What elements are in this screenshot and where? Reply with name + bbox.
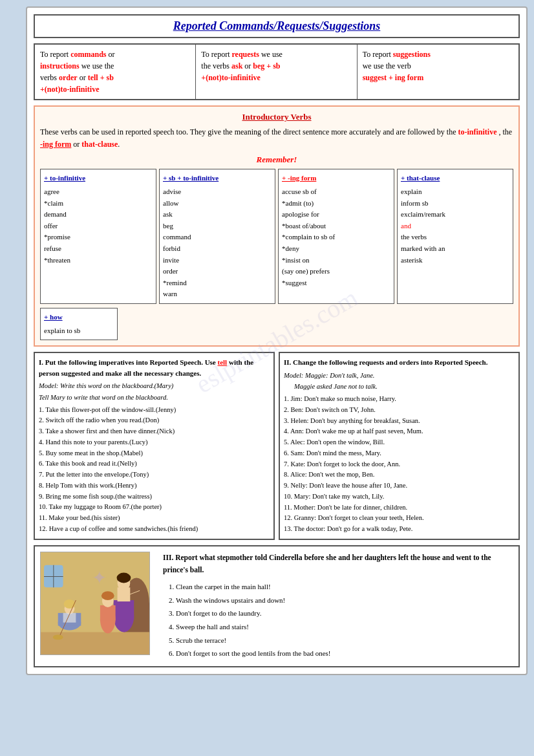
main-page: eslprintables.com Reported Commands/Requ… — [26, 6, 528, 675]
ex2-model-label: Model: — [284, 372, 303, 379]
verb-item: beg — [163, 221, 272, 232]
verb-item: *suggest — [282, 277, 390, 289]
suggestions-highlight1: suggestions — [393, 50, 431, 59]
top-three-columns: To report commands orinstructions we use… — [34, 43, 520, 100]
verb-item: *claim — [44, 198, 153, 210]
verb-item: *insist on — [282, 255, 390, 266]
ex3-content: III. Report what stepmother told Cindere… — [163, 552, 513, 661]
verb-item: accuse sb of — [282, 186, 390, 198]
ex2-list: 1. Jim: Don't make so much noise, Harry.… — [284, 394, 515, 534]
list-item: 10. Take my luggage to Room 67.(the port… — [39, 502, 270, 512]
verb-item: invite — [163, 255, 272, 266]
title-box: Reported Commands/Requests/Suggestions — [34, 14, 520, 38]
commands-cell: To report commands orinstructions we use… — [35, 45, 196, 99]
intro-text4: . — [118, 140, 120, 149]
intro-text: These verbs can be used in reported spee… — [40, 126, 513, 151]
verb-item: demand — [44, 209, 153, 221]
list-item: 9. Nelly: Don't leave the house after 10… — [284, 481, 515, 491]
verb-item-and: and — [401, 221, 509, 232]
verb-box-sb-to-infinitive: + sb + to-infinitive advise allow ask be… — [159, 169, 275, 304]
svg-point-17 — [101, 591, 114, 600]
exercises-section: I. Put the following imperatives into Re… — [34, 352, 520, 540]
verb-item: agree — [44, 186, 153, 198]
list-item: 8. Alice: Don't wet the mop, Ben. — [284, 470, 515, 480]
list-item: Wash the windows upstairs and down! — [176, 594, 513, 607]
ex1-list: 1. Take this flower-pot off the window-s… — [39, 405, 270, 534]
list-item: 2. Switch off the radio when you read.(D… — [39, 415, 270, 426]
cinderella-svg: ✦ — [41, 552, 149, 654]
list-item: 1. Jim: Don't make so much noise, Harry. — [284, 394, 515, 404]
svg-point-12 — [117, 572, 131, 583]
svg-text:✦: ✦ — [92, 568, 107, 588]
list-item: Don't forget to sort the good lentils fr… — [176, 647, 513, 660]
list-item: Don't forget to do the laundry. — [176, 607, 513, 620]
list-item: Clean the carpet in the main hall! — [176, 581, 513, 593]
commands-order: order — [59, 73, 78, 82]
ex1-model: Model: Write this word on the blackboard… — [39, 381, 270, 391]
cinderella-image: ✦ — [40, 552, 150, 655]
svg-point-24 — [53, 634, 63, 640]
list-item: 13. The doctor: Don't go for a walk toda… — [284, 524, 515, 534]
page-title: Reported Commands/Requests/Suggestions — [173, 19, 381, 32]
svg-rect-1 — [41, 629, 149, 654]
commands-text4: or — [78, 73, 88, 82]
suggestions-text2: we use the verb — [363, 61, 411, 70]
list-item: 6. Sam: Don't mind the mess, Mary. — [284, 448, 515, 459]
verb-item: inform sb — [401, 198, 509, 210]
suggestions-cell: To report suggestionswe use the verbsugg… — [358, 45, 518, 99]
verb-item: advise — [163, 186, 272, 198]
list-item: Sweep the hall and stairs! — [176, 621, 513, 633]
ex2-model-answer: Maggie asked Jane not to talk. — [284, 382, 515, 392]
verb-box-that-clause: + that-clause explain inform sb exclaim/… — [397, 169, 513, 304]
verb-item: (say one) prefers — [282, 266, 390, 277]
list-item: 2. Ben: Don't switch on TV, John. — [284, 405, 515, 415]
list-item: 8. Help Tom with this work.(Henry) — [39, 481, 270, 491]
requests-highlight: requests — [231, 50, 259, 59]
verb-box-header-4: + that-clause — [401, 173, 509, 184]
intro-text2: , the — [497, 127, 513, 136]
list-item: 11. Mother: Don't be late for dinner, ch… — [284, 502, 515, 513]
verb-item: allow — [163, 198, 272, 210]
list-item: Scrub the terrace! — [176, 634, 513, 647]
intro-to-infinitive: to-infinitive — [458, 127, 497, 136]
verb-item: *threaten — [44, 255, 153, 266]
verb-item: the verbsmarked with anasterisk — [401, 232, 509, 266]
svg-rect-9 — [114, 600, 134, 620]
verb-item: *boast of/about — [282, 221, 390, 232]
suggestions-text1: To report — [363, 50, 393, 59]
verb-item: command — [163, 232, 272, 243]
verb-item: *complain to sb of — [282, 232, 390, 243]
verb-item: *promise — [44, 232, 153, 243]
verb-item: ask — [163, 209, 272, 221]
list-item: 5. Alec: Don't open the window, Bill. — [284, 437, 515, 448]
verb-item: forbid — [163, 243, 272, 255]
remember-label: Remember! — [40, 155, 513, 165]
suggestions-highlight2: suggest + ing form — [363, 73, 424, 82]
ex1-title: I. Put the following imperatives into Re… — [39, 357, 270, 378]
verb-item: refuse — [44, 243, 153, 255]
verb-item: apologise for — [282, 209, 390, 221]
exercise-2: II. Change the following requests and or… — [279, 352, 520, 540]
ex3-title: III. Report what stepmother told Cindere… — [163, 552, 513, 577]
exercise-1: I. Put the following imperatives into Re… — [34, 352, 275, 540]
requests-text1: To report — [201, 50, 231, 59]
requests-text3: or — [242, 61, 253, 70]
commands-highlight2: instructions — [40, 61, 80, 70]
list-item: 11. Make your bed.(his sister) — [39, 513, 270, 523]
list-item: 12. Granny: Don't forget to clean your t… — [284, 513, 515, 523]
verb-item: order — [163, 266, 272, 277]
list-item: 7. Put the letter into the envelope.(Ton… — [39, 470, 270, 480]
verb-item: exclaim/remark — [401, 209, 509, 221]
list-item: 9. Bring me some fish soup.(the waitress… — [39, 491, 270, 502]
ex1-model-answer: Tell Mary to write that word on the blac… — [39, 393, 270, 403]
list-item: 3. Take a shower first and then have din… — [39, 426, 270, 437]
commands-text1: To report — [40, 50, 70, 59]
verb-item: *remind — [163, 277, 272, 289]
ex2-title: II. Change the following requests and or… — [284, 357, 515, 368]
list-item: 10. Mary: Don't take my watch, Lily. — [284, 491, 515, 502]
list-item: 1. Take this flower-pot off the window-s… — [39, 405, 270, 415]
introductory-verbs-section: Introductory Verbs These verbs can be us… — [34, 105, 520, 347]
verb-grid: + to-infinitive agree *claim demand offe… — [40, 169, 513, 304]
verb-item: offer — [44, 221, 153, 232]
verb-item: *deny — [282, 243, 390, 255]
